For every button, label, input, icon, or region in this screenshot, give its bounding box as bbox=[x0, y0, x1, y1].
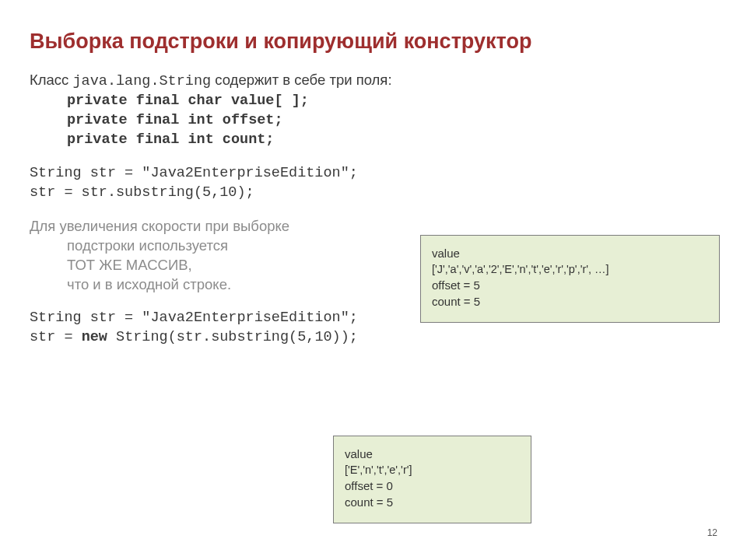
box1-offset: offset = 5 bbox=[432, 278, 708, 292]
intro-line: Класс java.lang.String содержит в себе т… bbox=[30, 71, 717, 92]
intro-text-left: Класс bbox=[30, 72, 73, 88]
box1-value-label: value bbox=[432, 247, 708, 260]
box2-array: ['E','n','t','e','r'] bbox=[345, 464, 520, 476]
field-3: private final int count; bbox=[30, 131, 717, 150]
code-block-1a: String str = "Java2EnterpriseEdition"; bbox=[30, 164, 717, 184]
code-2b-right: String(str.substring(5,10)); bbox=[107, 329, 358, 345]
box2-value-label: value bbox=[345, 447, 520, 460]
explain-1: Для увеличения скорости при выборке bbox=[30, 217, 717, 236]
box2-count: count = 5 bbox=[345, 495, 520, 509]
box1-count: count = 5 bbox=[432, 295, 708, 308]
slide-content: Выборка подстроки и копирующий конструкт… bbox=[0, 0, 747, 560]
value-box-1: value ['J','a','v','a','2','E','n','t','… bbox=[420, 235, 720, 323]
intro-code: java.lang.String bbox=[73, 73, 212, 89]
slide-title: Выборка подстроки и копирующий конструкт… bbox=[30, 30, 717, 54]
field-1: private final char value[ ]; bbox=[30, 92, 717, 111]
intro-text-right: содержит в себе три поля: bbox=[211, 72, 391, 88]
code-block-2b: str = new String(str.substring(5,10)); bbox=[30, 328, 717, 348]
code-2b-new: new bbox=[82, 329, 107, 345]
box2-offset: offset = 0 bbox=[345, 479, 520, 492]
box1-array: ['J','a','v','a','2','E','n','t','e','r'… bbox=[432, 263, 708, 275]
code-2b-left: str = bbox=[30, 329, 82, 345]
page-number: 12 bbox=[707, 527, 717, 538]
code-block-1b: str = str.substring(5,10); bbox=[30, 184, 717, 203]
field-2: private final int offset; bbox=[30, 111, 717, 131]
value-box-2: value ['E','n','t','e','r'] offset = 0 c… bbox=[333, 436, 531, 523]
